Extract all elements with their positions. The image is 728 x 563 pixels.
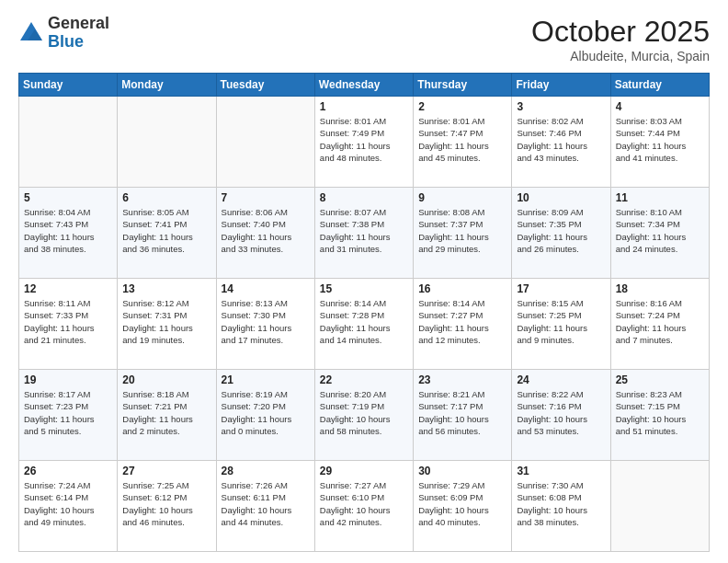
- day-info: Sunrise: 7:26 AM Sunset: 6:11 PM Dayligh…: [222, 479, 310, 528]
- day-info: Sunrise: 8:14 AM Sunset: 7:28 PM Dayligh…: [320, 297, 408, 346]
- calendar-cell: 14Sunrise: 8:13 AM Sunset: 7:30 PM Dayli…: [216, 279, 314, 370]
- calendar-cell: 13Sunrise: 8:12 AM Sunset: 7:31 PM Dayli…: [118, 279, 216, 370]
- day-info: Sunrise: 8:01 AM Sunset: 7:47 PM Dayligh…: [418, 115, 506, 164]
- calendar-cell: 3Sunrise: 8:02 AM Sunset: 7:46 PM Daylig…: [512, 97, 610, 188]
- weekday-header-monday: Monday: [118, 74, 216, 97]
- calendar-cell: 18Sunrise: 8:16 AM Sunset: 7:24 PM Dayli…: [610, 279, 709, 370]
- day-info: Sunrise: 8:23 AM Sunset: 7:15 PM Dayligh…: [616, 388, 704, 437]
- day-number: 25: [616, 373, 704, 386]
- day-info: Sunrise: 7:24 AM Sunset: 6:14 PM Dayligh…: [24, 479, 112, 528]
- day-info: Sunrise: 8:03 AM Sunset: 7:44 PM Dayligh…: [616, 115, 704, 164]
- calendar-cell: 9Sunrise: 8:08 AM Sunset: 7:37 PM Daylig…: [414, 188, 512, 279]
- page: General Blue October 2025 Albudeite, Mur…: [0, 0, 728, 563]
- day-number: 26: [24, 465, 112, 477]
- month-title: October 2025: [531, 15, 710, 49]
- day-info: Sunrise: 8:20 AM Sunset: 7:19 PM Dayligh…: [320, 388, 408, 437]
- calendar-cell: [118, 97, 216, 188]
- day-info: Sunrise: 8:15 AM Sunset: 7:25 PM Dayligh…: [517, 297, 605, 346]
- calendar-cell: 25Sunrise: 8:23 AM Sunset: 7:15 PM Dayli…: [610, 370, 709, 461]
- day-number: 24: [517, 373, 605, 386]
- day-number: 18: [616, 282, 704, 295]
- day-info: Sunrise: 7:30 AM Sunset: 6:08 PM Dayligh…: [517, 479, 605, 528]
- calendar-cell: 22Sunrise: 8:20 AM Sunset: 7:19 PM Dayli…: [314, 370, 413, 461]
- calendar-cell: 17Sunrise: 8:15 AM Sunset: 7:25 PM Dayli…: [512, 279, 610, 370]
- day-number: 11: [616, 191, 704, 204]
- day-number: 6: [122, 191, 210, 204]
- day-info: Sunrise: 8:05 AM Sunset: 7:41 PM Dayligh…: [122, 206, 210, 255]
- calendar-table: SundayMondayTuesdayWednesdayThursdayFrid…: [18, 73, 710, 552]
- calendar-cell: 6Sunrise: 8:05 AM Sunset: 7:41 PM Daylig…: [118, 188, 216, 279]
- calendar-week-1: 1Sunrise: 8:01 AM Sunset: 7:49 PM Daylig…: [19, 97, 710, 188]
- day-info: Sunrise: 8:14 AM Sunset: 7:27 PM Dayligh…: [418, 297, 506, 346]
- day-number: 10: [517, 191, 605, 204]
- logo-text: General Blue: [48, 15, 109, 52]
- day-number: 15: [320, 282, 408, 295]
- title-block: October 2025 Albudeite, Murcia, Spain: [531, 15, 710, 63]
- day-info: Sunrise: 8:01 AM Sunset: 7:49 PM Dayligh…: [320, 115, 408, 164]
- day-number: 12: [24, 282, 112, 295]
- calendar-cell: 29Sunrise: 7:27 AM Sunset: 6:10 PM Dayli…: [314, 461, 413, 552]
- day-info: Sunrise: 7:25 AM Sunset: 6:12 PM Dayligh…: [122, 479, 210, 528]
- day-number: 20: [122, 373, 210, 386]
- day-info: Sunrise: 8:22 AM Sunset: 7:16 PM Dayligh…: [517, 388, 605, 437]
- day-info: Sunrise: 8:19 AM Sunset: 7:20 PM Dayligh…: [222, 388, 310, 437]
- calendar-cell: 7Sunrise: 8:06 AM Sunset: 7:40 PM Daylig…: [216, 188, 314, 279]
- day-number: 30: [418, 465, 506, 477]
- day-info: Sunrise: 8:07 AM Sunset: 7:38 PM Dayligh…: [320, 206, 408, 255]
- day-number: 3: [517, 100, 605, 113]
- day-number: 22: [320, 373, 408, 386]
- calendar-cell: [610, 461, 709, 552]
- day-number: 13: [122, 282, 210, 295]
- day-number: 8: [320, 191, 408, 204]
- day-number: 28: [222, 465, 310, 477]
- calendar-cell: 2Sunrise: 8:01 AM Sunset: 7:47 PM Daylig…: [414, 97, 512, 188]
- day-number: 5: [24, 191, 112, 204]
- calendar-cell: 21Sunrise: 8:19 AM Sunset: 7:20 PM Dayli…: [216, 370, 314, 461]
- calendar-cell: 31Sunrise: 7:30 AM Sunset: 6:08 PM Dayli…: [512, 461, 610, 552]
- day-info: Sunrise: 8:04 AM Sunset: 7:43 PM Dayligh…: [24, 206, 112, 255]
- day-info: Sunrise: 8:16 AM Sunset: 7:24 PM Dayligh…: [616, 297, 704, 346]
- calendar-cell: 19Sunrise: 8:17 AM Sunset: 7:23 PM Dayli…: [19, 370, 118, 461]
- calendar-cell: 23Sunrise: 8:21 AM Sunset: 7:17 PM Dayli…: [414, 370, 512, 461]
- day-number: 4: [616, 100, 704, 113]
- weekday-header-tuesday: Tuesday: [216, 74, 314, 97]
- calendar-body: 1Sunrise: 8:01 AM Sunset: 7:49 PM Daylig…: [19, 97, 710, 552]
- calendar-cell: 20Sunrise: 8:18 AM Sunset: 7:21 PM Dayli…: [118, 370, 216, 461]
- day-number: 19: [24, 373, 112, 386]
- day-info: Sunrise: 7:29 AM Sunset: 6:09 PM Dayligh…: [418, 479, 506, 528]
- calendar-cell: 1Sunrise: 8:01 AM Sunset: 7:49 PM Daylig…: [314, 97, 413, 188]
- calendar-cell: 27Sunrise: 7:25 AM Sunset: 6:12 PM Dayli…: [118, 461, 216, 552]
- day-number: 31: [517, 465, 605, 477]
- day-info: Sunrise: 7:27 AM Sunset: 6:10 PM Dayligh…: [320, 479, 408, 528]
- calendar-cell: 30Sunrise: 7:29 AM Sunset: 6:09 PM Dayli…: [414, 461, 512, 552]
- day-info: Sunrise: 8:18 AM Sunset: 7:21 PM Dayligh…: [122, 388, 210, 437]
- weekday-header-thursday: Thursday: [414, 74, 512, 97]
- day-number: 16: [418, 282, 506, 295]
- weekday-header-sunday: Sunday: [19, 74, 118, 97]
- header: General Blue October 2025 Albudeite, Mur…: [18, 15, 710, 63]
- calendar-cell: 5Sunrise: 8:04 AM Sunset: 7:43 PM Daylig…: [19, 188, 118, 279]
- calendar-week-2: 5Sunrise: 8:04 AM Sunset: 7:43 PM Daylig…: [19, 188, 710, 279]
- day-number: 7: [222, 191, 310, 204]
- calendar-cell: 4Sunrise: 8:03 AM Sunset: 7:44 PM Daylig…: [610, 97, 709, 188]
- calendar-cell: 24Sunrise: 8:22 AM Sunset: 7:16 PM Dayli…: [512, 370, 610, 461]
- calendar-cell: 11Sunrise: 8:10 AM Sunset: 7:34 PM Dayli…: [610, 188, 709, 279]
- logo-blue-label: Blue: [48, 33, 109, 52]
- calendar-cell: 28Sunrise: 7:26 AM Sunset: 6:11 PM Dayli…: [216, 461, 314, 552]
- day-info: Sunrise: 8:12 AM Sunset: 7:31 PM Dayligh…: [122, 297, 210, 346]
- day-number: 29: [320, 465, 408, 477]
- day-number: 27: [122, 465, 210, 477]
- calendar-cell: 15Sunrise: 8:14 AM Sunset: 7:28 PM Dayli…: [314, 279, 413, 370]
- calendar-header: SundayMondayTuesdayWednesdayThursdayFrid…: [19, 74, 710, 97]
- day-number: 2: [418, 100, 506, 113]
- day-info: Sunrise: 8:08 AM Sunset: 7:37 PM Dayligh…: [418, 206, 506, 255]
- weekday-header-wednesday: Wednesday: [314, 74, 413, 97]
- day-number: 17: [517, 282, 605, 295]
- day-info: Sunrise: 8:02 AM Sunset: 7:46 PM Dayligh…: [517, 115, 605, 164]
- day-number: 9: [418, 191, 506, 204]
- calendar-cell: 26Sunrise: 7:24 AM Sunset: 6:14 PM Dayli…: [19, 461, 118, 552]
- day-info: Sunrise: 8:13 AM Sunset: 7:30 PM Dayligh…: [222, 297, 310, 346]
- day-info: Sunrise: 8:21 AM Sunset: 7:17 PM Dayligh…: [418, 388, 506, 437]
- logo-icon: [18, 20, 44, 46]
- calendar-cell: 8Sunrise: 8:07 AM Sunset: 7:38 PM Daylig…: [314, 188, 413, 279]
